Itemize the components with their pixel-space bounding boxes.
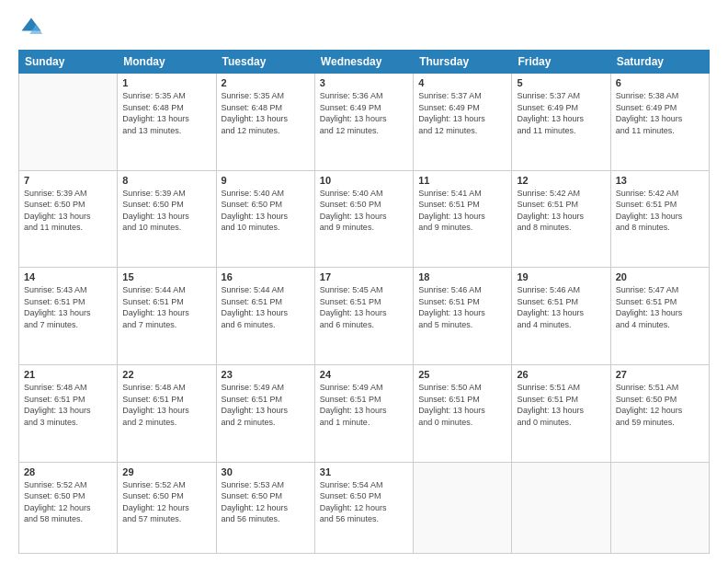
- cell-info: Sunrise: 5:50 AM Sunset: 6:51 PM Dayligh…: [418, 382, 506, 428]
- calendar-cell: 23Sunrise: 5:49 AM Sunset: 6:51 PM Dayli…: [216, 364, 314, 462]
- logo: [18, 15, 48, 40]
- cell-info: Sunrise: 5:41 AM Sunset: 6:51 PM Dayligh…: [418, 188, 506, 234]
- cell-date: 12: [517, 175, 605, 186]
- cell-date: 28: [24, 466, 112, 477]
- calendar-table: SundayMondayTuesdayWednesdayThursdayFrid…: [18, 50, 710, 554]
- calendar-cell: 13Sunrise: 5:42 AM Sunset: 6:51 PM Dayli…: [610, 170, 709, 268]
- calendar-cell: 1Sunrise: 5:35 AM Sunset: 6:48 PM Daylig…: [118, 74, 216, 171]
- cell-date: 16: [222, 271, 310, 282]
- cell-date: 1: [122, 77, 210, 88]
- cell-date: 2: [222, 77, 310, 88]
- cell-date: 4: [418, 77, 506, 88]
- cell-date: 25: [418, 369, 506, 380]
- cell-info: Sunrise: 5:40 AM Sunset: 6:50 PM Dayligh…: [320, 188, 408, 234]
- day-header-sunday: Sunday: [19, 51, 118, 74]
- calendar-cell: 6Sunrise: 5:38 AM Sunset: 6:49 PM Daylig…: [610, 74, 709, 171]
- cell-date: 17: [320, 271, 408, 282]
- cell-date: 24: [320, 369, 408, 380]
- cell-info: Sunrise: 5:43 AM Sunset: 6:51 PM Dayligh…: [24, 284, 112, 330]
- cell-info: Sunrise: 5:48 AM Sunset: 6:51 PM Dayligh…: [24, 382, 112, 428]
- cell-info: Sunrise: 5:46 AM Sunset: 6:51 PM Dayligh…: [418, 284, 506, 330]
- week-row-4: 21Sunrise: 5:48 AM Sunset: 6:51 PM Dayli…: [19, 364, 710, 462]
- calendar-cell: 5Sunrise: 5:37 AM Sunset: 6:49 PM Daylig…: [512, 74, 610, 171]
- cell-date: 22: [122, 369, 210, 380]
- cell-info: Sunrise: 5:49 AM Sunset: 6:51 PM Dayligh…: [320, 382, 408, 428]
- cell-info: Sunrise: 5:54 AM Sunset: 6:50 PM Dayligh…: [320, 479, 408, 525]
- day-header-saturday: Saturday: [610, 51, 709, 74]
- cell-info: Sunrise: 5:46 AM Sunset: 6:51 PM Dayligh…: [517, 284, 605, 330]
- cell-date: 5: [517, 77, 605, 88]
- calendar-cell: [512, 462, 610, 553]
- calendar-cell: 17Sunrise: 5:45 AM Sunset: 6:51 PM Dayli…: [314, 268, 413, 365]
- day-header-monday: Monday: [118, 51, 216, 74]
- cell-date: 14: [24, 271, 112, 282]
- calendar-cell: 30Sunrise: 5:53 AM Sunset: 6:50 PM Dayli…: [216, 462, 314, 553]
- day-header-friday: Friday: [512, 51, 610, 74]
- cell-info: Sunrise: 5:35 AM Sunset: 6:48 PM Dayligh…: [122, 90, 210, 136]
- calendar-body: 1Sunrise: 5:35 AM Sunset: 6:48 PM Daylig…: [19, 74, 710, 554]
- cell-info: Sunrise: 5:53 AM Sunset: 6:50 PM Dayligh…: [222, 479, 310, 525]
- cell-date: 30: [222, 466, 310, 477]
- cell-info: Sunrise: 5:47 AM Sunset: 6:51 PM Dayligh…: [616, 284, 704, 330]
- calendar-cell: 18Sunrise: 5:46 AM Sunset: 6:51 PM Dayli…: [414, 268, 512, 365]
- cell-date: 6: [616, 77, 704, 88]
- cell-date: 31: [320, 466, 408, 477]
- calendar-cell: 12Sunrise: 5:42 AM Sunset: 6:51 PM Dayli…: [512, 170, 610, 268]
- cell-info: Sunrise: 5:52 AM Sunset: 6:50 PM Dayligh…: [24, 479, 112, 525]
- day-header-thursday: Thursday: [414, 51, 512, 74]
- calendar-cell: 15Sunrise: 5:44 AM Sunset: 6:51 PM Dayli…: [118, 268, 216, 365]
- cell-date: 9: [222, 175, 310, 186]
- cell-date: 26: [517, 369, 605, 380]
- cell-info: Sunrise: 5:51 AM Sunset: 6:50 PM Dayligh…: [616, 382, 704, 428]
- cell-date: 10: [320, 175, 408, 186]
- cell-info: Sunrise: 5:39 AM Sunset: 6:50 PM Dayligh…: [122, 188, 210, 234]
- cell-info: Sunrise: 5:38 AM Sunset: 6:49 PM Dayligh…: [616, 90, 704, 136]
- cell-info: Sunrise: 5:49 AM Sunset: 6:51 PM Dayligh…: [222, 382, 310, 428]
- header-row: SundayMondayTuesdayWednesdayThursdayFrid…: [19, 51, 710, 74]
- cell-info: Sunrise: 5:48 AM Sunset: 6:51 PM Dayligh…: [122, 382, 210, 428]
- cell-date: 15: [122, 271, 210, 282]
- calendar-cell: 3Sunrise: 5:36 AM Sunset: 6:49 PM Daylig…: [314, 74, 413, 171]
- calendar-cell: 28Sunrise: 5:52 AM Sunset: 6:50 PM Dayli…: [19, 462, 118, 553]
- cell-info: Sunrise: 5:44 AM Sunset: 6:51 PM Dayligh…: [222, 284, 310, 330]
- cell-date: 13: [616, 175, 704, 186]
- cell-date: 21: [24, 369, 112, 380]
- week-row-3: 14Sunrise: 5:43 AM Sunset: 6:51 PM Dayli…: [19, 268, 710, 365]
- cell-date: 29: [122, 466, 210, 477]
- calendar-cell: 8Sunrise: 5:39 AM Sunset: 6:50 PM Daylig…: [118, 170, 216, 268]
- cell-info: Sunrise: 5:37 AM Sunset: 6:49 PM Dayligh…: [418, 90, 506, 136]
- calendar-cell: 31Sunrise: 5:54 AM Sunset: 6:50 PM Dayli…: [314, 462, 413, 553]
- calendar-cell: 25Sunrise: 5:50 AM Sunset: 6:51 PM Dayli…: [414, 364, 512, 462]
- cell-info: Sunrise: 5:44 AM Sunset: 6:51 PM Dayligh…: [122, 284, 210, 330]
- calendar-cell: 9Sunrise: 5:40 AM Sunset: 6:50 PM Daylig…: [216, 170, 314, 268]
- calendar-cell: 21Sunrise: 5:48 AM Sunset: 6:51 PM Dayli…: [19, 364, 118, 462]
- cell-date: 27: [616, 369, 704, 380]
- header: [18, 15, 710, 40]
- week-row-1: 1Sunrise: 5:35 AM Sunset: 6:48 PM Daylig…: [19, 74, 710, 171]
- calendar-cell: 14Sunrise: 5:43 AM Sunset: 6:51 PM Dayli…: [19, 268, 118, 365]
- week-row-2: 7Sunrise: 5:39 AM Sunset: 6:50 PM Daylig…: [19, 170, 710, 268]
- cell-info: Sunrise: 5:40 AM Sunset: 6:50 PM Dayligh…: [222, 188, 310, 234]
- calendar-cell: 4Sunrise: 5:37 AM Sunset: 6:49 PM Daylig…: [414, 74, 512, 171]
- cell-date: 18: [418, 271, 506, 282]
- calendar-header: SundayMondayTuesdayWednesdayThursdayFrid…: [19, 51, 710, 74]
- cell-info: Sunrise: 5:52 AM Sunset: 6:50 PM Dayligh…: [122, 479, 210, 525]
- cell-date: 3: [320, 77, 408, 88]
- cell-info: Sunrise: 5:51 AM Sunset: 6:51 PM Dayligh…: [517, 382, 605, 428]
- calendar-cell: [414, 462, 512, 553]
- cell-info: Sunrise: 5:37 AM Sunset: 6:49 PM Dayligh…: [517, 90, 605, 136]
- cell-date: 19: [517, 271, 605, 282]
- calendar-cell: 24Sunrise: 5:49 AM Sunset: 6:51 PM Dayli…: [314, 364, 413, 462]
- cell-info: Sunrise: 5:35 AM Sunset: 6:48 PM Dayligh…: [222, 90, 310, 136]
- week-row-5: 28Sunrise: 5:52 AM Sunset: 6:50 PM Dayli…: [19, 462, 710, 553]
- day-header-wednesday: Wednesday: [314, 51, 413, 74]
- calendar-cell: 26Sunrise: 5:51 AM Sunset: 6:51 PM Dayli…: [512, 364, 610, 462]
- cell-date: 11: [418, 175, 506, 186]
- calendar-cell: 10Sunrise: 5:40 AM Sunset: 6:50 PM Dayli…: [314, 170, 413, 268]
- calendar-cell: [610, 462, 709, 553]
- calendar-cell: 11Sunrise: 5:41 AM Sunset: 6:51 PM Dayli…: [414, 170, 512, 268]
- cell-date: 20: [616, 271, 704, 282]
- cell-info: Sunrise: 5:42 AM Sunset: 6:51 PM Dayligh…: [616, 188, 704, 234]
- cell-info: Sunrise: 5:39 AM Sunset: 6:50 PM Dayligh…: [24, 188, 112, 234]
- cell-date: 23: [222, 369, 310, 380]
